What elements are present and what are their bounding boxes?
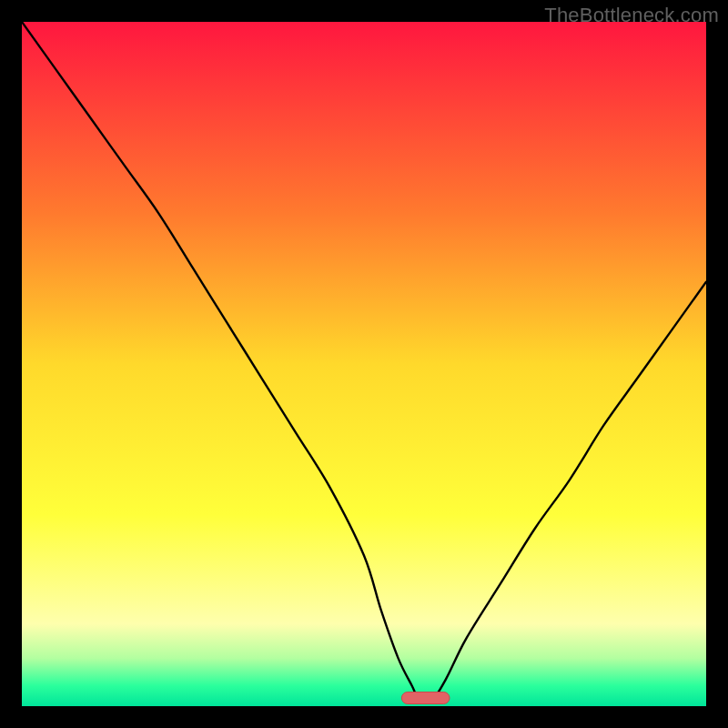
watermark-text: TheBottleneck.com <box>544 4 719 27</box>
chart-frame: TheBottleneck.com <box>0 0 728 728</box>
gradient-rect <box>22 22 706 706</box>
plot-area <box>22 22 706 706</box>
gradient-background <box>22 22 706 706</box>
